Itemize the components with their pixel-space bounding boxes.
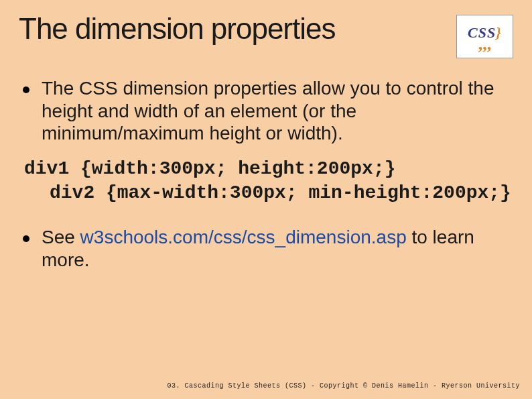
header: The dimension properties CSS} ,,, — [19, 12, 513, 58]
page-title: The dimension properties — [19, 12, 335, 46]
code-line: div1 {width:300px; height:200px;} — [24, 157, 513, 181]
link-text: w3schools.com/css/css_dimension.asp — [80, 227, 407, 247]
bullet-item: The CSS dimension properties allow you t… — [19, 77, 513, 145]
text-prefix: See — [42, 227, 80, 247]
code-line: div2 {max-width:300px; min-height:200px;… — [24, 181, 513, 205]
bullet-item: See w3schools.com/css/css_dimension.asp … — [19, 226, 513, 271]
logo-commas: ,,, — [478, 39, 492, 50]
bullet-text: See w3schools.com/css/css_dimension.asp … — [42, 226, 513, 271]
bullet-icon — [23, 235, 29, 242]
css-logo: CSS} ,,, — [456, 15, 513, 58]
bullet-text: The CSS dimension properties allow you t… — [42, 77, 513, 145]
code-block: div1 {width:300px; height:200px;} div2 {… — [19, 157, 513, 205]
bullet-icon — [23, 87, 29, 93]
logo-brace: } — [496, 24, 502, 41]
content: The CSS dimension properties allow you t… — [19, 77, 513, 272]
slide: The dimension properties CSS} ,,, The CS… — [0, 0, 532, 399]
footer-text: 03. Cascading Style Sheets (CSS) - Copyr… — [167, 382, 520, 390]
